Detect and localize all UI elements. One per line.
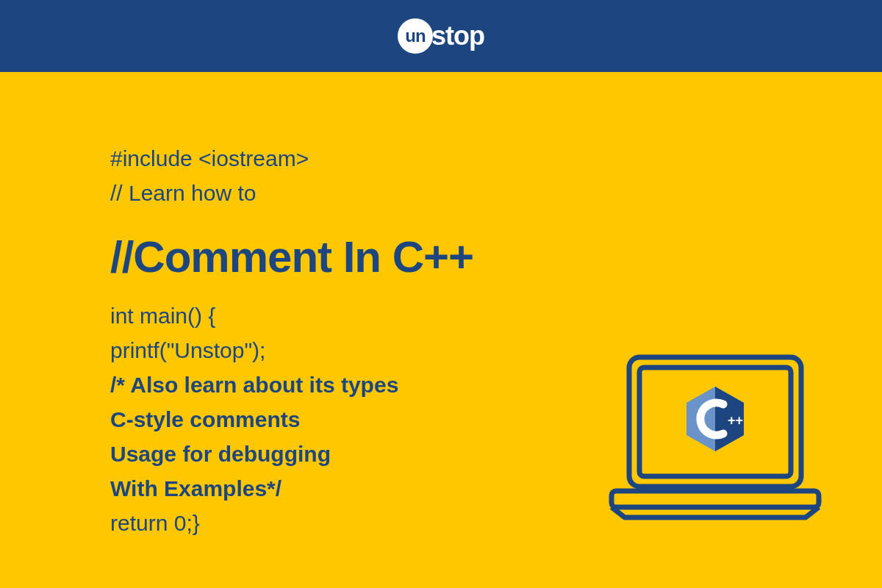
brand-logo-circle: un bbox=[398, 18, 433, 54]
main-content: #include <iostream> // Learn how to //Co… bbox=[0, 72, 882, 588]
code-line-include: #include <iostream> bbox=[110, 142, 882, 175]
laptop-icon: ++ bbox=[609, 354, 822, 522]
code-line-main: int main() { bbox=[110, 299, 882, 332]
svg-rect-2 bbox=[612, 491, 819, 507]
brand-suffix: stop bbox=[431, 21, 484, 51]
code-line-title: //Comment In C++ bbox=[110, 224, 882, 290]
svg-text:++: ++ bbox=[728, 413, 743, 428]
brand-logo: un stop bbox=[398, 18, 484, 54]
code-line-learn: // Learn how to bbox=[110, 176, 882, 209]
brand-prefix: un bbox=[405, 26, 425, 46]
header-bar: un stop bbox=[0, 0, 882, 72]
